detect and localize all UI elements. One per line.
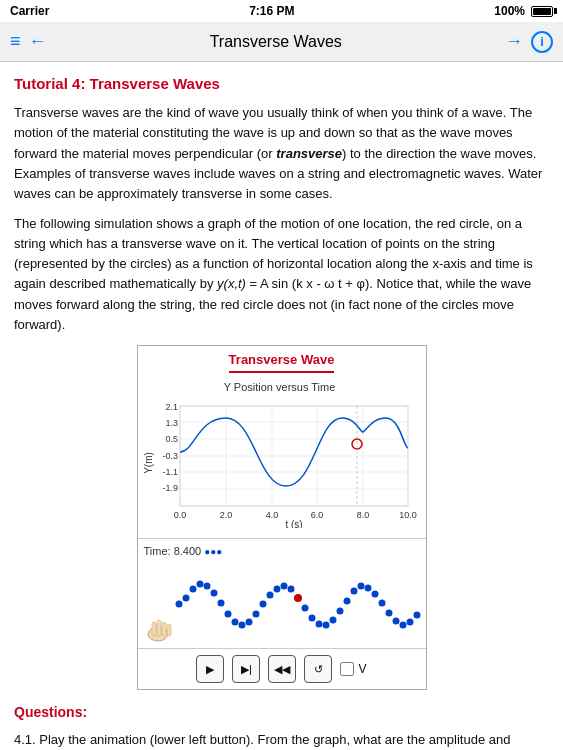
time-label: Time: 8.400 ●●● [144, 543, 420, 560]
animation-dots [144, 562, 420, 642]
svg-rect-31 [152, 622, 156, 636]
chart-area: Y Position versus Time Y(m) [138, 375, 426, 538]
battery-icon [531, 6, 553, 17]
svg-point-52 [294, 594, 302, 602]
nav-left: ≡ ← [10, 31, 47, 52]
svg-point-42 [224, 611, 231, 618]
v-checkbox-label[interactable]: V [340, 660, 366, 679]
nav-bar: ≡ ← Transverse Waves → i [0, 22, 563, 62]
svg-point-62 [364, 585, 371, 592]
carrier-text: Carrier [10, 4, 49, 18]
rewind-icon: ◀◀ [274, 661, 290, 678]
svg-text:1.3: 1.3 [165, 418, 178, 428]
sim-title-bar: Transverse Wave [138, 346, 426, 375]
svg-point-45 [245, 619, 252, 626]
battery-percent: 100% [494, 4, 525, 18]
svg-point-47 [259, 601, 266, 608]
svg-point-40 [210, 590, 217, 597]
play-icon: ▶ [206, 661, 214, 678]
controls-bar: ▶ ▶| ◀◀ ↺ V [138, 648, 426, 689]
svg-point-60 [350, 588, 357, 595]
svg-point-57 [329, 617, 336, 624]
svg-text:2.0: 2.0 [219, 510, 232, 520]
svg-point-43 [231, 619, 238, 626]
svg-point-61 [357, 583, 364, 590]
svg-point-64 [378, 600, 385, 607]
v-checkbox-text: V [358, 660, 366, 679]
time-text: 7:16 PM [249, 4, 294, 18]
svg-text:8.0: 8.0 [356, 510, 369, 520]
svg-point-46 [252, 611, 259, 618]
svg-text:10.0: 10.0 [399, 510, 417, 520]
svg-text:6.0: 6.0 [310, 510, 323, 520]
svg-text:-1.1: -1.1 [162, 467, 178, 477]
y-axis-label: Y(m) [143, 452, 154, 474]
svg-point-65 [385, 610, 392, 617]
play-button[interactable]: ▶ [196, 655, 224, 683]
svg-point-66 [392, 618, 399, 625]
wave-dots-svg [144, 562, 422, 647]
svg-point-41 [217, 600, 224, 607]
svg-text:t (s): t (s) [285, 519, 302, 528]
svg-rect-33 [162, 622, 166, 636]
svg-text:-0.3: -0.3 [162, 451, 178, 461]
svg-point-35 [175, 601, 182, 608]
svg-point-54 [308, 615, 315, 622]
tutorial-title: Tutorial 4: Transverse Waves [14, 72, 549, 95]
reset-icon: ↺ [314, 661, 323, 678]
nav-right: → i [505, 31, 553, 53]
step-button[interactable]: ▶| [232, 655, 260, 683]
svg-point-49 [273, 586, 280, 593]
svg-point-58 [336, 608, 343, 615]
svg-point-51 [287, 586, 294, 593]
info-button[interactable]: i [531, 31, 553, 53]
svg-point-56 [322, 622, 329, 629]
svg-point-44 [238, 622, 245, 629]
svg-point-39 [203, 583, 210, 590]
question-1: 4.1. Play the animation (lower left butt… [14, 730, 549, 750]
svg-rect-34 [167, 624, 171, 636]
back-icon[interactable]: ← [29, 31, 47, 52]
animation-area: Time: 8.400 ●●● [138, 538, 426, 648]
svg-text:0.0: 0.0 [173, 510, 186, 520]
svg-rect-32 [157, 620, 161, 636]
chart-svg: Y(m) [142, 398, 418, 534]
svg-point-36 [182, 595, 189, 602]
status-bar: Carrier 7:16 PM 100% [0, 0, 563, 22]
chart-title: Y Position versus Time [142, 379, 418, 396]
content-area: Tutorial 4: Transverse Waves Transverse … [0, 62, 563, 750]
battery-area: 100% [494, 4, 553, 18]
svg-text:0.5: 0.5 [165, 434, 178, 444]
svg-point-53 [301, 605, 308, 612]
reset-button[interactable]: ↺ [304, 655, 332, 683]
svg-point-67 [399, 622, 406, 629]
svg-point-63 [371, 591, 378, 598]
bold-italic-transverse: transverse [276, 146, 342, 161]
step-icon: ▶| [241, 661, 252, 678]
svg-point-68 [406, 619, 413, 626]
questions-title: Questions: [14, 702, 549, 724]
paragraph-1: Transverse waves are the kind of wave yo… [14, 103, 549, 204]
svg-text:4.0: 4.0 [265, 510, 278, 520]
nav-title: Transverse Waves [47, 33, 505, 51]
simulation-box: Transverse Wave Y Position versus Time Y… [137, 345, 427, 690]
menu-icon[interactable]: ≡ [10, 31, 21, 52]
rewind-button[interactable]: ◀◀ [268, 655, 296, 683]
chart-svg-element: Y(m) [142, 398, 420, 528]
paragraph-2: The following simulation shows a graph o… [14, 214, 549, 335]
italic-yxt: y(x,t) [217, 276, 246, 291]
v-checkbox[interactable] [340, 662, 354, 676]
svg-text:2.1: 2.1 [165, 402, 178, 412]
svg-point-37 [189, 586, 196, 593]
sim-title-text: Transverse Wave [229, 350, 335, 373]
svg-point-38 [196, 581, 203, 588]
svg-point-59 [343, 598, 350, 605]
svg-point-69 [413, 612, 420, 619]
svg-point-50 [280, 583, 287, 590]
svg-point-55 [315, 621, 322, 628]
forward-icon[interactable]: → [505, 31, 523, 52]
svg-point-48 [266, 592, 273, 599]
svg-text:-1.9: -1.9 [162, 483, 178, 493]
